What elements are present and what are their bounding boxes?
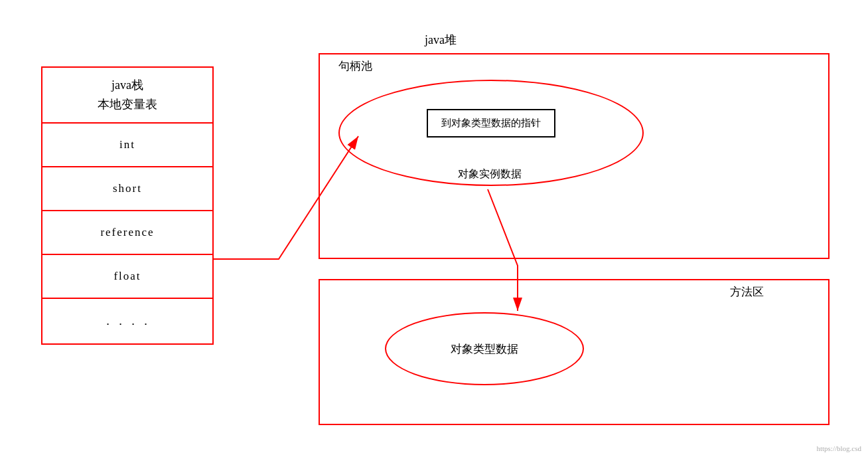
method-area-label: 方法区 <box>730 284 764 300</box>
method-ellipse: 对象类型数据 <box>385 312 584 385</box>
java-heap-label: java堆 <box>425 32 457 48</box>
object-instance-label: 对象实例数据 <box>458 167 522 181</box>
stack-cell-int: int <box>42 124 212 167</box>
object-type-label: 对象类型数据 <box>451 341 518 357</box>
stack-cell-short: short <box>42 167 212 211</box>
handle-box: 到对象类型数据的指针 <box>427 109 555 138</box>
stack-header: java栈 本地变量表 <box>42 68 212 124</box>
stack-cell-dots: ．．．． <box>42 299 212 343</box>
watermark: https://blog.csd <box>816 444 861 452</box>
stack-cell-reference: reference <box>42 211 212 255</box>
stack-label-line2: 本地变量表 <box>98 98 157 111</box>
diagram-container: java栈 本地变量表 int short reference float ．．… <box>0 0 868 459</box>
stack-label-line1: java栈 <box>111 78 143 92</box>
handle-pool-label: 句柄池 <box>338 58 372 74</box>
java-stack: java栈 本地变量表 int short reference float ．．… <box>41 66 214 345</box>
stack-cell-float: float <box>42 255 212 299</box>
